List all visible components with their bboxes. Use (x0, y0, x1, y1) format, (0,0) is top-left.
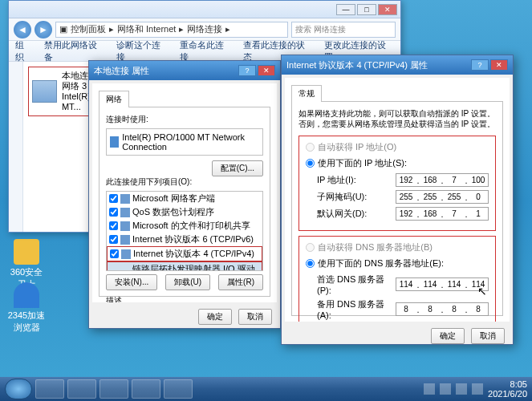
preferred-dns-input[interactable]: ... (396, 277, 489, 291)
breadcrumb[interactable]: 控制面板 (71, 23, 106, 35)
radio-manual-ip[interactable]: 使用下面的 IP 地址(S): (306, 157, 489, 169)
mask-label: 子网掩码(U): (317, 191, 367, 203)
dialog-title: 本地连接 属性 (94, 65, 149, 77)
radio-auto-ip[interactable]: 自动获得 IP 地址(O) (306, 141, 489, 153)
dns1-label: 首选 DNS 服务器(P): (317, 273, 396, 295)
protocol-item[interactable]: Internet 协议版本 4 (TCP/IPv4) (107, 246, 262, 261)
close-button[interactable]: ✕ (490, 59, 508, 71)
protocol-item[interactable]: Microsoft 的文件和打印机共享 (107, 219, 262, 233)
subnet-mask-input[interactable]: ... (396, 190, 489, 204)
cancel-button[interactable]: 取消 (238, 309, 272, 325)
ip-label: IP 地址(I): (317, 174, 356, 186)
dialog-title: Internet 协议版本 4 (TCP/IPv4) 属性 (286, 59, 428, 71)
dialog-titlebar: 本地连接 属性 ?✕ (89, 61, 280, 80)
taskbar-item[interactable] (132, 379, 160, 399)
gateway-input[interactable]: ... (396, 207, 489, 221)
minimize-button[interactable]: — (336, 4, 355, 15)
start-button[interactable] (5, 379, 32, 399)
toolbar-organize[interactable]: 组织 (15, 39, 33, 63)
toolbar-disable[interactable]: 禁用此网络设备 (44, 39, 105, 63)
tab-general[interactable]: 常规 (291, 85, 322, 102)
close-button[interactable]: ✕ (258, 65, 275, 76)
shield-icon (14, 239, 39, 265)
connection-properties-dialog: 本地连接 属性 ?✕ 网络 连接时使用: Intel(R) PRO/1000 M… (88, 60, 281, 329)
protocol-item[interactable]: 链路层拓扑发现映射器 I/O 驱动程序 (107, 261, 262, 271)
breadcrumb[interactable]: 网络和 Internet (117, 23, 176, 35)
explorer-titlebar: — □ ✕ (9, 1, 400, 18)
ip-address-input[interactable]: ... (396, 173, 489, 187)
taskbar-item[interactable] (164, 379, 193, 399)
uninstall-button[interactable]: 卸载(U) (165, 274, 210, 290)
icon-label: 2345加速浏览器 (6, 310, 47, 334)
adapter-icon (110, 136, 119, 148)
taskbar-item[interactable] (35, 379, 64, 399)
tray-icon[interactable] (440, 383, 451, 395)
explorer-sidebar (9, 62, 23, 232)
ipv4-properties-dialog: Internet 协议版本 4 (TCP/IPv4) 属性 ?✕ 常规 如果网络… (281, 55, 514, 345)
folder-icon: ▣ (59, 24, 67, 34)
breadcrumb[interactable]: 网络连接 (187, 23, 222, 35)
network-adapter-icon (32, 80, 57, 103)
explorer-navbar: ◄ ► ▣ 控制面板▸ 网络和 Internet▸ 网络连接▸ 搜索 网络连接 (9, 18, 400, 41)
desktop-icon-browser[interactable]: 2345加速浏览器 (6, 282, 47, 334)
system-tray[interactable]: 8:05 2021/6/20 (424, 379, 527, 399)
adapter-display: Intel(R) PRO/1000 MT Network Connection (106, 128, 263, 156)
toolbar-rename[interactable]: 重命名此连接 (180, 39, 232, 63)
description-label: 描述 (106, 295, 263, 302)
maximize-button[interactable]: □ (357, 4, 376, 15)
ip-settings-group: 自动获得 IP 地址(O) 使用下面的 IP 地址(S): IP 地址(I):.… (298, 136, 496, 231)
ie-icon (14, 282, 39, 308)
tab-network[interactable]: 网络 (99, 91, 129, 107)
taskbar: 8:05 2021/6/20 (0, 377, 532, 401)
protocol-item[interactable]: Microsoft 网络客户端 (107, 192, 262, 205)
connect-using-label: 连接时使用: (106, 114, 263, 125)
install-button[interactable]: 安装(N)... (106, 274, 157, 290)
search-input[interactable]: 搜索 网络连接 (291, 22, 396, 38)
forward-button[interactable]: ► (35, 21, 52, 38)
intro-text: 如果网络支持此功能，则可以获取自动指派的 IP 设置。否则，您需要从网络系统管理… (298, 108, 496, 129)
dns-settings-group: 自动获得 DNS 服务器地址(B) 使用下面的 DNS 服务器地址(E): 首选… (298, 236, 496, 322)
protocol-list[interactable]: Microsoft 网络客户端QoS 数据包计划程序Microsoft 的文件和… (106, 191, 263, 271)
gateway-label: 默认网关(D): (317, 208, 367, 220)
radio-manual-dns[interactable]: 使用下面的 DNS 服务器地址(E): (306, 257, 489, 269)
cancel-button[interactable]: 取消 (471, 328, 505, 344)
configure-button[interactable]: 配置(C)... (212, 160, 263, 176)
ok-button[interactable]: 确定 (198, 309, 232, 325)
tray-icon[interactable] (456, 383, 467, 395)
toolbar-diagnose[interactable]: 诊断这个连接 (116, 39, 169, 63)
tray-icon[interactable] (424, 383, 435, 395)
close-button[interactable]: ✕ (378, 4, 397, 15)
taskbar-item[interactable] (67, 379, 96, 399)
tray-icon[interactable] (472, 383, 483, 395)
address-bar[interactable]: ▣ 控制面板▸ 网络和 Internet▸ 网络连接▸ (55, 22, 288, 38)
properties-button[interactable]: 属性(R) (218, 274, 263, 290)
items-label: 此连接使用下列项目(O): (106, 176, 263, 188)
protocol-item[interactable]: QoS 数据包计划程序 (107, 205, 262, 219)
protocol-item[interactable]: Internet 协议版本 6 (TCP/IPv6) (107, 233, 262, 246)
help-button[interactable]: ? (238, 65, 256, 76)
taskbar-item[interactable] (99, 379, 128, 399)
radio-auto-dns[interactable]: 自动获得 DNS 服务器地址(B) (306, 241, 489, 253)
clock-date: 2021/6/20 (488, 389, 527, 399)
dns2-label: 备用 DNS 服务器(A): (317, 298, 396, 320)
dialog-titlebar: Internet 协议版本 4 (TCP/IPv4) 属性 ?✕ (282, 55, 513, 75)
help-button[interactable]: ? (471, 59, 489, 71)
back-button[interactable]: ◄ (14, 21, 31, 38)
clock-time: 8:05 (488, 379, 527, 389)
ok-button[interactable]: 确定 (431, 328, 465, 344)
alternate-dns-input[interactable]: ... (396, 302, 489, 316)
